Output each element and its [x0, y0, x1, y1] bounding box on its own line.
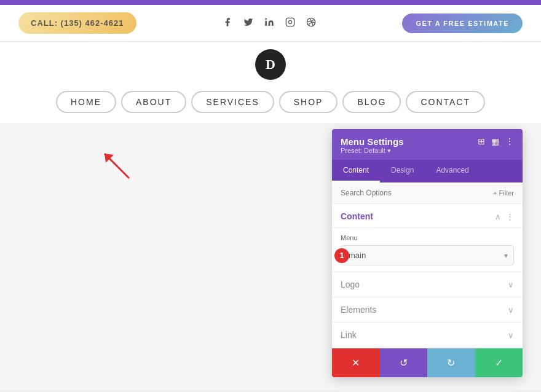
panel-tabs: Content Design Advanced [332, 160, 523, 182]
nav-blog[interactable]: Blog [342, 91, 401, 113]
main-content: Menu Settings Preset: Default ▾ ⊞ ▦ ⋮ Co… [0, 123, 541, 390]
logo-area: D [0, 42, 541, 85]
link-collapse-icon: ∨ [508, 331, 514, 340]
panel-title-area: Menu Settings Preset: Default ▾ [341, 136, 404, 155]
logo: D [255, 49, 286, 80]
tab-content[interactable]: Content [332, 160, 380, 182]
redo-button[interactable]: ↻ [427, 348, 475, 377]
content-section-header: Content ∧ ⋮ [332, 204, 523, 228]
panel-more-icon[interactable]: ⋮ [505, 136, 514, 146]
menu-select-wrapper: 1 main ▾ [341, 245, 514, 265]
nav-home[interactable]: Home [56, 91, 116, 113]
tab-design[interactable]: Design [380, 160, 425, 182]
panel-header: Menu Settings Preset: Default ▾ ⊞ ▦ ⋮ [332, 129, 523, 160]
logo-section[interactable]: Logo ∨ [332, 272, 523, 297]
top-bar [0, 0, 541, 5]
step-badge: 1 [334, 248, 349, 263]
nav-about[interactable]: About [121, 91, 186, 113]
nav-services[interactable]: Services [191, 91, 274, 113]
twitter-icon[interactable] [243, 17, 253, 29]
svg-rect-1 [286, 18, 294, 26]
search-row: + Filter [332, 182, 523, 204]
panel-preset[interactable]: Preset: Default ▾ [341, 147, 404, 155]
elements-section[interactable]: Elements ∨ [332, 297, 523, 323]
svg-point-0 [265, 18, 267, 20]
section-icons: ∧ ⋮ [495, 212, 514, 221]
section-more-icon[interactable]: ⋮ [506, 212, 514, 221]
nav-contact[interactable]: Contact [406, 91, 485, 113]
undo-button[interactable]: ↺ [380, 348, 428, 377]
dribbble-icon[interactable] [306, 17, 316, 29]
logo-collapse-icon: ∨ [508, 280, 514, 289]
social-icons [223, 17, 316, 29]
panel-grid-icon[interactable]: ⊞ [478, 136, 485, 146]
save-button[interactable]: ✓ [475, 348, 523, 377]
panel-header-icons: ⊞ ▦ ⋮ [478, 136, 514, 146]
search-input[interactable] [341, 189, 493, 197]
arrow-indicator [92, 141, 141, 193]
filter-button[interactable]: + Filter [493, 189, 514, 197]
nav-shop[interactable]: Shop [279, 91, 338, 113]
panel-body: + Filter Content ∧ ⋮ Menu 1 main ▾ [332, 182, 523, 348]
panel-title: Menu Settings [341, 136, 404, 147]
elements-section-title: Elements [341, 305, 376, 315]
menu-select[interactable]: main [341, 245, 514, 265]
logo-section-title: Logo [341, 280, 360, 289]
tab-advanced[interactable]: Advanced [425, 160, 480, 182]
menu-field-label: Menu [341, 234, 514, 241]
menu-settings-panel: Menu Settings Preset: Default ▾ ⊞ ▦ ⋮ Co… [332, 129, 523, 377]
menu-field-row: Menu 1 main ▾ [332, 228, 523, 272]
link-section-title: Link [341, 330, 357, 340]
facebook-icon[interactable] [223, 17, 232, 29]
panel-footer: ✕ ↺ ↻ ✓ [332, 348, 523, 377]
linkedin-icon[interactable] [264, 17, 274, 29]
navigation: Home About Services Shop Blog Contact [0, 85, 541, 123]
panel-columns-icon[interactable]: ▦ [491, 136, 499, 146]
link-section[interactable]: Link ∨ [332, 323, 523, 348]
content-section-title: Content [341, 211, 373, 221]
cancel-button[interactable]: ✕ [332, 348, 380, 377]
section-collapse-icon[interactable]: ∧ [495, 212, 501, 221]
instagram-icon[interactable] [285, 17, 295, 29]
call-button[interactable]: CALL: (135) 462-4621 [18, 12, 136, 34]
estimate-button[interactable]: GET A FREE ESTIMATE [402, 14, 523, 33]
elements-collapse-icon: ∨ [508, 305, 514, 315]
header: CALL: (135) 462-4621 GET A FREE ESTIMATE [0, 5, 541, 42]
